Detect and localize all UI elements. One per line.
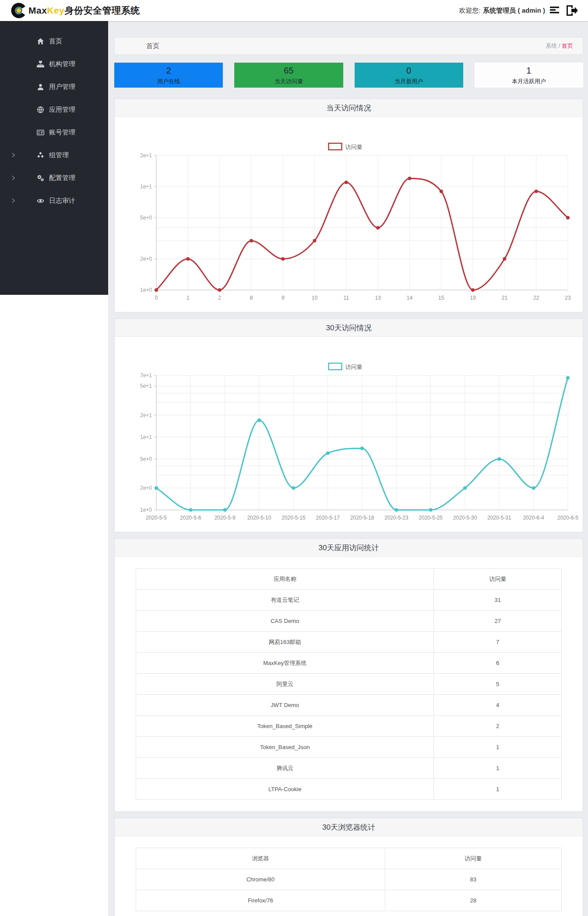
svg-text:2020-5-25: 2020-5-25 xyxy=(419,515,443,521)
stat-value: 65 xyxy=(234,63,343,78)
sidebar-item-label: 组管理 xyxy=(49,151,69,159)
logout-icon[interactable] xyxy=(565,5,578,16)
table-cell: 1 xyxy=(434,758,562,779)
table-cell: LTPA-Cookie xyxy=(136,779,434,800)
table-header-row: 浏览器访问量 xyxy=(136,848,562,869)
app-header: MaxKey身份安全管理系统 欢迎您:系统管理员 ( admin ) xyxy=(0,0,588,21)
svg-text:2020-6-4: 2020-6-4 xyxy=(523,515,544,521)
svg-text:2020-5-18: 2020-5-18 xyxy=(350,515,374,521)
sidebar-item-label: 配置管理 xyxy=(49,174,75,182)
chevron-right-icon xyxy=(11,152,15,158)
svg-text:2020-5-15: 2020-5-15 xyxy=(282,515,306,521)
stat-label: 当天访问量 xyxy=(234,78,343,85)
svg-text:2e+0: 2e+0 xyxy=(140,485,152,491)
svg-text:2: 2 xyxy=(218,295,221,301)
svg-text:2020-6-5: 2020-6-5 xyxy=(557,515,578,521)
svg-text:1e+0: 1e+0 xyxy=(140,507,152,513)
table-row: CAS Demo27 xyxy=(136,611,562,632)
stat-card-month-active-users[interactable]: 1 本月活跃用户 xyxy=(475,63,583,88)
table-cell: 网易163邮箱 xyxy=(136,632,434,653)
table-cell: 腾讯云 xyxy=(136,758,434,779)
sidebar-item-label: 用户管理 xyxy=(49,83,75,91)
main-content: 首页 系统 / 首页 2 用户在线 65 当天访问量 0 当月新用户 1 本月活… xyxy=(108,21,588,916)
table-header-cell: 浏览器 xyxy=(136,848,385,869)
table-header-cell: 访问量 xyxy=(385,848,561,869)
table-cell: 2 xyxy=(434,716,562,737)
table-row: 阿里云5 xyxy=(136,674,562,695)
sidebar-item-label: 应用管理 xyxy=(49,106,75,114)
sidebar-item-config[interactable]: 配置管理 xyxy=(0,166,108,189)
cubes-icon xyxy=(37,152,44,159)
svg-text:0: 0 xyxy=(155,295,158,301)
home-icon xyxy=(37,38,44,45)
table-cell: 6 xyxy=(434,653,562,674)
svg-text:2e+1: 2e+1 xyxy=(140,152,152,159)
panel-30day-visits: 30天访问情况 7e+15e+12e+11e+15e+02e+01e+02020… xyxy=(114,318,583,532)
svg-text:访问量: 访问量 xyxy=(345,144,363,150)
svg-text:15: 15 xyxy=(438,295,444,301)
sidebar-item-home[interactable]: 首页 xyxy=(0,30,108,53)
table-cell: 1 xyxy=(434,779,562,800)
sidebar-item-label: 日志审计 xyxy=(49,197,75,205)
svg-text:1: 1 xyxy=(187,295,190,301)
user-icon xyxy=(37,83,44,91)
panel-title: 当天访问情况 xyxy=(115,99,583,117)
table-cell: 1 xyxy=(434,737,562,758)
table-header-cell: 访问量 xyxy=(434,569,562,590)
svg-text:2020-5-30: 2020-5-30 xyxy=(453,515,477,521)
svg-text:7e+1: 7e+1 xyxy=(140,372,152,378)
svg-text:13: 13 xyxy=(375,295,381,301)
sitemap-icon xyxy=(37,60,44,68)
globe-icon xyxy=(37,106,44,113)
svg-text:14: 14 xyxy=(407,295,413,301)
sidebar-item-users[interactable]: 用户管理 xyxy=(0,75,108,98)
eye-icon xyxy=(37,197,44,205)
table-cell: 5 xyxy=(434,674,562,695)
sidebar-item-accounts[interactable]: 账号管理 xyxy=(0,121,108,144)
stat-card-today-visits[interactable]: 65 当天访问量 xyxy=(234,63,343,88)
svg-text:2020-5-10: 2020-5-10 xyxy=(247,515,271,521)
svg-text:2020-5-6: 2020-5-6 xyxy=(180,515,201,521)
breadcrumb-bar: 首页 系统 / 首页 xyxy=(114,37,583,55)
sidebar-item-org[interactable]: 机构管理 xyxy=(0,53,108,75)
sidebar-item-apps[interactable]: 应用管理 xyxy=(0,98,108,121)
table-cell: JWT Demo xyxy=(136,695,434,716)
brand: MaxKey身份安全管理系统 xyxy=(11,3,140,18)
table-cell: 83 xyxy=(385,869,561,890)
breadcrumb-root[interactable]: 系统 xyxy=(546,42,557,49)
panel-title: 30天应用访问统计 xyxy=(115,539,583,557)
panel-title: 30天浏览器统计 xyxy=(115,818,583,836)
app-visits-table: 应用名称访问量有道云笔记31CAS Demo27网易163邮箱7MaxKey管理… xyxy=(136,568,562,800)
table-cell: 有道云笔记 xyxy=(136,590,434,611)
breadcrumb-current[interactable]: 首页 xyxy=(562,42,573,49)
page-title: 首页 xyxy=(146,42,159,50)
table-row: Token_Based_Simple2 xyxy=(136,716,562,737)
sidebar-item-audit[interactable]: 日志审计 xyxy=(0,189,108,212)
breadcrumb: 系统 / 首页 xyxy=(546,42,573,50)
table-cell: 阿里云 xyxy=(136,674,434,695)
stat-card-users-online[interactable]: 2 用户在线 xyxy=(114,63,223,88)
stat-value: 0 xyxy=(355,63,463,78)
monthly-visits-line-chart: 7e+15e+12e+11e+15e+02e+01e+02020-5-52020… xyxy=(115,337,583,532)
svg-text:2020-5-9: 2020-5-9 xyxy=(215,515,236,521)
svg-text:2020-5-5: 2020-5-5 xyxy=(146,515,167,521)
table-row: Firefox/7628 xyxy=(136,890,562,911)
svg-text:21: 21 xyxy=(502,295,508,301)
stat-value: 2 xyxy=(114,63,223,78)
stat-card-month-new-users[interactable]: 0 当月新用户 xyxy=(355,63,463,88)
table-cell: MaxKey管理系统 xyxy=(136,653,434,674)
table-row: 有道云笔记31 xyxy=(136,590,562,611)
sidebar-item-groups[interactable]: 组管理 xyxy=(0,144,108,166)
svg-text:1e+1: 1e+1 xyxy=(140,184,152,190)
svg-text:5e+0: 5e+0 xyxy=(140,215,152,221)
sidebar-item-label: 首页 xyxy=(49,37,62,46)
maxkey-logo-icon xyxy=(11,3,27,18)
table-cell: 27 xyxy=(434,611,562,632)
menu-list-icon[interactable] xyxy=(549,5,561,16)
chevron-right-icon xyxy=(11,198,15,203)
svg-text:5e+1: 5e+1 xyxy=(140,383,152,389)
table-row: JWT Demo4 xyxy=(136,695,562,716)
table-row: Chrome/8083 xyxy=(136,869,562,890)
table-cell: Token_Based_Json xyxy=(136,737,434,758)
svg-text:19: 19 xyxy=(470,295,476,301)
